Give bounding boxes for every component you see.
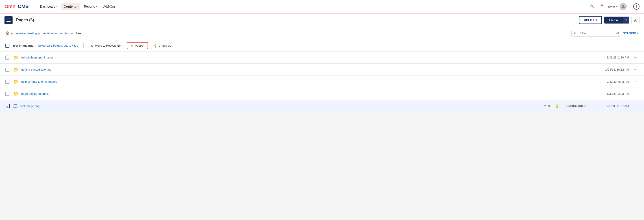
toolbar-filename: test image.png xyxy=(13,44,34,47)
location-button[interactable]: 📍 xyxy=(598,3,606,10)
select-all-checkbox[interactable]: — xyxy=(6,44,10,48)
row-checkbox-1[interactable] xyxy=(6,55,10,60)
publish-action[interactable]: 'A' Publish xyxy=(127,42,148,49)
publish-icon: 'A' xyxy=(130,44,134,47)
row-checkbox-3[interactable] xyxy=(6,80,10,84)
www-selector[interactable]: www ▾ xyxy=(608,5,617,8)
breadcrumb-link-tutorials[interactable]: omni-training-tutorials xyxy=(42,31,70,35)
folder-icon: 📁 xyxy=(13,91,18,97)
file-list: 📁 full-width-snippet-images 1/31/23, 2:2… xyxy=(0,51,644,112)
chevron-down-icon: ▾ xyxy=(616,5,617,8)
recycle-icon: ♻ xyxy=(91,44,94,47)
file-name-5[interactable]: test image.png xyxy=(20,104,534,108)
lightbulb-icon: 💡 xyxy=(555,104,559,108)
filter-input-group: ▼ 🏷 xyxy=(571,30,621,36)
page-title: Pages (6) xyxy=(16,18,579,22)
avatar[interactable] xyxy=(620,3,627,10)
chevron-down-icon: ▾ xyxy=(116,5,118,8)
breadcrumb-current: _files xyxy=(74,31,81,35)
main-content: 🏠 ▶ _uw-team-testing ▶ omni-training-tut… xyxy=(0,27,644,112)
help-button[interactable]: ? xyxy=(633,3,640,10)
top-nav: Omni CMS™ Dashboard ▾ Content ▾ Reports … xyxy=(0,0,644,13)
checkmark-icon: ✓ xyxy=(7,105,9,108)
file-name-4[interactable]: page-editing-tutorials xyxy=(21,92,593,95)
upload-button[interactable]: UPLOAD xyxy=(579,16,602,24)
checkout-icon: 💡 xyxy=(154,44,157,47)
breadcrumb: 🏠 ▶ _uw-team-testing ▶ omni-training-tut… xyxy=(0,27,644,40)
avatar-chevron-icon: ▾ xyxy=(630,5,630,8)
nav-item-addons[interactable]: Add-Ons ▾ xyxy=(100,3,120,10)
nav-item-content[interactable]: Content ▾ xyxy=(61,3,80,10)
nav-label-addons: Add-Ons xyxy=(103,5,116,8)
chevron-down-icon: ▾ xyxy=(96,5,97,8)
chevron-down-icon: ▾ xyxy=(76,5,78,8)
more-menu-1[interactable]: ··· xyxy=(632,55,638,60)
file-size-5: 62.5K xyxy=(534,104,550,108)
select-all-link[interactable]: Select all 5 Folders and 1 Files xyxy=(38,44,78,47)
new-button-dropdown[interactable]: ▾ xyxy=(623,16,629,23)
staging-button[interactable]: STAGING ▾ xyxy=(623,31,638,35)
chevron-down-icon: ▾ xyxy=(637,31,638,35)
status-badge-5: UNPUBLISHED xyxy=(564,104,588,108)
header-actions: UPLOAD + NEW ▾ xyxy=(579,16,640,24)
folder-icon: 📁 xyxy=(13,79,18,84)
file-date-1: 1/31/23, 2:20 PM xyxy=(593,56,629,59)
file-date-2: 1/23/23, 10:12 AM xyxy=(593,68,629,71)
breadcrumb-sep: ▶ xyxy=(38,32,40,35)
nav-item-reports[interactable]: Reports ▾ xyxy=(81,3,100,10)
chevron-down-icon: ▾ xyxy=(626,18,627,22)
table-row: ✓ 🖼 test image.png 62.5K 💡 UNPUBLISHED 2… xyxy=(0,100,644,112)
more-menu-5[interactable]: ··· xyxy=(632,103,638,109)
logo[interactable]: Omni CMS™ xyxy=(4,3,31,9)
search-button[interactable]: 🔍 xyxy=(588,3,596,10)
file-date-3: 1/31/23, 8:42 AM xyxy=(593,80,629,83)
table-row: 📁 page-editing-tutorials 1/30/23, 3:03 P… xyxy=(0,88,644,100)
folder-icon: 📁 xyxy=(13,55,18,60)
sidebar-toggle[interactable] xyxy=(4,16,12,24)
home-icon[interactable]: 🏠 xyxy=(6,31,10,35)
toolbar: — test image.png Select all 5 Folders an… xyxy=(0,40,644,51)
row-checkbox-2[interactable] xyxy=(6,68,10,72)
row-checkbox-5[interactable]: ✓ xyxy=(6,104,10,108)
file-date-4: 1/30/23, 3:03 PM xyxy=(593,92,629,95)
file-name-1[interactable]: full-width-snippet-images xyxy=(21,56,593,59)
table-row: 📁 helpful-hints-tutorial-images 1/31/23,… xyxy=(0,76,644,88)
more-menu-2[interactable]: ··· xyxy=(632,67,638,72)
folder-icon: 📁 xyxy=(13,67,18,72)
file-name-2[interactable]: getting-started-tutorials xyxy=(21,68,593,71)
checkout-action[interactable]: 💡 Check Out xyxy=(152,43,174,48)
publish-label: Publish xyxy=(135,44,145,47)
recycle-label: Move to Recycle Bin xyxy=(95,44,122,47)
file-name-3[interactable]: helpful-hints-tutorial-images xyxy=(21,80,593,83)
breadcrumb-sep: ▶ xyxy=(11,32,13,35)
more-menu-4[interactable]: ··· xyxy=(632,91,638,97)
file-date-5: 2/1/23, 11:27 AM xyxy=(593,104,629,108)
www-label: www xyxy=(608,5,615,8)
row-checkbox-4[interactable] xyxy=(6,92,10,96)
new-button-group: + NEW ▾ xyxy=(604,16,629,23)
more-menu-3[interactable]: ··· xyxy=(632,79,638,84)
paint-button[interactable] xyxy=(632,16,640,24)
nav-item-dashboard[interactable]: Dashboard ▾ xyxy=(38,3,60,10)
breadcrumb-link-uwteam[interactable]: _uw-team-testing xyxy=(14,31,37,35)
logo-text: Omni CMS™ xyxy=(4,3,31,9)
logo-tm: ™ xyxy=(28,4,31,6)
breadcrumb-sep: ▶ xyxy=(71,32,73,35)
filter-input[interactable] xyxy=(578,30,614,36)
filter-icon: ▼ xyxy=(572,30,578,36)
filter-tag-button[interactable]: 🏷 xyxy=(614,30,621,36)
nav-label-dashboard: Dashboard xyxy=(40,5,56,8)
page-header: Pages (6) UPLOAD + NEW ▾ xyxy=(0,13,644,27)
image-icon: 🖼 xyxy=(13,103,18,109)
svg-point-1 xyxy=(636,21,637,21)
checkbox-dash-icon: — xyxy=(6,44,9,47)
toolbar-divider xyxy=(84,43,84,48)
nav-label-reports: Reports xyxy=(84,5,95,8)
new-button[interactable]: + NEW xyxy=(604,16,623,23)
recycle-action[interactable]: ♻ Move to Recycle Bin xyxy=(89,43,124,48)
svg-point-0 xyxy=(622,5,624,7)
chevron-down-icon: ▾ xyxy=(56,5,58,8)
table-row: 📁 getting-started-tutorials 1/23/23, 10:… xyxy=(0,64,644,76)
nav-items: Dashboard ▾ Content ▾ Reports ▾ Add-Ons … xyxy=(38,3,588,10)
checkout-label: Check Out xyxy=(158,44,172,47)
